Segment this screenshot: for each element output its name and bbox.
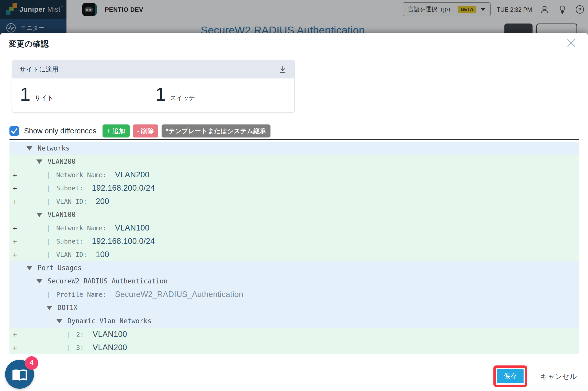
added-marker: + (13, 330, 17, 338)
apply-card-header: サイトに適用 (12, 60, 294, 78)
diff-field-value: VLAN200 (115, 170, 150, 179)
show-only-differences-checkbox[interactable] (9, 126, 19, 136)
apply-to-sites-card: サイトに適用 1 サイト 1 スイッチ (12, 60, 295, 112)
diff-section-row: Port Usages (9, 261, 579, 274)
modal-header: 変更の確認 (0, 33, 588, 54)
diff-field-row: +|VLAN ID:100 (9, 248, 579, 261)
diff-field-row: +|VLAN ID:200 (9, 195, 579, 208)
apply-card-body: 1 サイト 1 スイッチ (12, 78, 294, 103)
diff-field-row: |Profile Name:SecureW2_RADIUS_Authentica… (9, 288, 579, 301)
diff-pipe: | (46, 251, 50, 258)
download-icon[interactable] (278, 65, 287, 74)
legend-deleted-badge: - 削除 (133, 124, 158, 137)
collapse-caret-icon[interactable] (36, 279, 42, 283)
site-count-value: 1 (20, 86, 30, 103)
site-count-stat: 1 サイト (20, 86, 155, 103)
diff-field-row: +|Subnet:192.168.200.0/24 (9, 181, 579, 195)
save-button[interactable]: 保存 (497, 369, 524, 383)
collapse-caret-icon[interactable] (46, 306, 52, 310)
diff-section-row: Dynamic Vlan Networks (9, 314, 579, 328)
added-marker: + (13, 224, 17, 232)
diff-section-label: VLAN100 (48, 211, 76, 218)
added-marker: + (13, 237, 17, 245)
diff-pipe: | (46, 224, 50, 232)
diff-section-row: Networks (9, 142, 579, 155)
legend-added-badge: + 追加 (103, 124, 130, 137)
diff-field-label: VLAN ID: (56, 198, 87, 205)
diff-filter-row: Show only differences + 追加 - 削除 *テンプレートま… (9, 125, 274, 137)
diff-section-row: VLAN100 (9, 208, 579, 221)
diff-pipe: | (46, 291, 50, 298)
collapse-caret-icon[interactable] (56, 319, 62, 323)
guide-fab-button[interactable]: 4 (5, 360, 34, 389)
diff-pipe: | (46, 185, 50, 192)
legend-inherited-badge: *テンプレートまたはシステム継承 (162, 124, 270, 137)
collapse-caret-icon[interactable] (26, 266, 32, 270)
diff-field-label: VLAN ID: (56, 251, 87, 258)
diff-field-value: VLAN200 (93, 343, 127, 352)
apply-card-title: サイトに適用 (19, 65, 58, 74)
confirm-changes-modal: 変更の確認 サイトに適用 1 サイト 1 スイッチ (0, 33, 588, 391)
switch-count-stat: 1 スイッチ (155, 86, 195, 103)
diff-section-label: DOT1X (58, 304, 77, 312)
diff-field-value: 192.168.100.0/24 (92, 237, 155, 246)
diff-field-label: 3: (76, 344, 84, 351)
diff-section-row: SecureW2_RADIUS_Authentication (9, 274, 579, 288)
diff-pipe: | (46, 198, 50, 205)
diff-pipe: | (66, 331, 70, 338)
show-only-differences-label[interactable]: Show only differences (24, 127, 96, 135)
notification-badge: 4 (25, 356, 38, 370)
close-icon[interactable] (567, 38, 576, 48)
diff-field-row: +|2:VLAN100 (9, 328, 579, 341)
diff-field-value: VLAN100 (93, 330, 127, 339)
save-button-annotation: 保存 (493, 365, 527, 387)
diff-field-value: VLAN100 (115, 223, 150, 233)
switch-count-value: 1 (155, 86, 166, 103)
diff-field-row: +|Network Name:VLAN200 (9, 168, 579, 181)
switch-count-label: スイッチ (170, 94, 195, 103)
diff-section-label: Dynamic Vlan Networks (67, 317, 152, 325)
diff-tree: NetworksVLAN200+|Network Name:VLAN200+|S… (9, 139, 579, 354)
diff-field-value: 200 (96, 197, 109, 206)
modal-title: 変更の確認 (9, 39, 49, 49)
diff-field-label: Profile Name: (56, 291, 106, 298)
diff-field-label: Network Name: (56, 224, 106, 232)
cancel-button[interactable]: キャンセル (540, 372, 577, 382)
collapse-caret-icon[interactable] (36, 213, 42, 217)
diff-section-row: VLAN200 (9, 155, 579, 168)
collapse-caret-icon[interactable] (36, 159, 42, 164)
diff-field-label: Subnet: (56, 185, 83, 192)
diff-field-row: +|Subnet:192.168.100.0/24 (9, 235, 579, 248)
site-count-label: サイト (35, 94, 53, 103)
diff-section-label: Networks (38, 144, 70, 152)
added-marker: + (13, 184, 17, 192)
added-marker: + (13, 251, 17, 259)
added-marker: + (13, 344, 17, 352)
diff-field-row: +|Network Name:VLAN100 (9, 221, 579, 235)
diff-field-row: +|3:VLAN200 (9, 341, 579, 354)
diff-field-value: SecureW2_RADIUS_Authentication (115, 290, 243, 299)
diff-field-value: 192.168.200.0/24 (92, 183, 155, 193)
added-marker: + (13, 198, 17, 205)
added-marker: + (13, 171, 17, 179)
diff-pipe: | (66, 344, 70, 351)
diff-field-value: 100 (96, 250, 109, 259)
diff-pipe: | (46, 238, 50, 245)
diff-section-label: Port Usages (38, 264, 82, 272)
diff-pipe: | (46, 171, 50, 179)
diff-field-label: Subnet: (56, 238, 83, 245)
open-book-icon (12, 366, 28, 382)
diff-section-label: SecureW2_RADIUS_Authentication (48, 277, 168, 285)
diff-section-row: DOT1X (9, 301, 579, 314)
diff-section-label: VLAN200 (48, 158, 76, 165)
collapse-caret-icon[interactable] (26, 146, 32, 151)
diff-field-label: 2: (76, 331, 84, 338)
diff-field-label: Network Name: (56, 171, 106, 179)
